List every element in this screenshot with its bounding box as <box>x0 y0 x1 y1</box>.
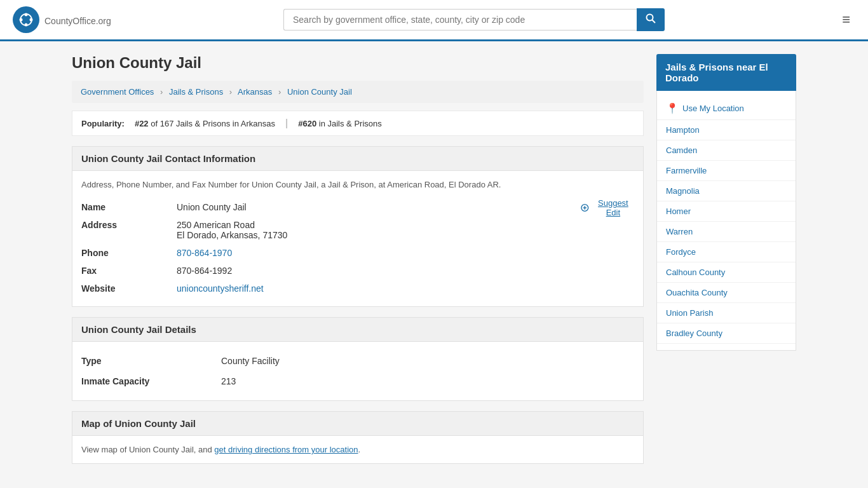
fax-label: Fax <box>81 262 177 280</box>
capacity-value: 213 <box>221 371 634 391</box>
table-row: Fax 870-864-1992 <box>81 262 581 280</box>
page-title: Union County Jail <box>72 54 644 72</box>
suggest-edit-button[interactable]: Suggest Edit <box>581 198 634 217</box>
capacity-label: Inmate Capacity <box>81 371 221 391</box>
svg-point-2 <box>25 13 28 17</box>
hamburger-menu-button[interactable]: ≡ <box>837 9 855 30</box>
svg-line-7 <box>652 20 655 24</box>
map-section-header: Map of Union County Jail <box>72 411 644 436</box>
sidebar-item-fordyce[interactable]: Fordyce <box>657 242 796 262</box>
breadcrumb-item-arkansas[interactable]: Arkansas <box>238 87 272 97</box>
sidebar-item-camden[interactable]: Camden <box>657 140 796 161</box>
search-button[interactable] <box>637 8 665 31</box>
phone-value: 870-864-1970 <box>177 244 581 262</box>
logo[interactable]: CountyOffice.org <box>13 6 111 33</box>
popularity-bar: Popularity: #22 of 167 Jails & Prisons i… <box>72 111 644 136</box>
edit-icon <box>581 203 589 212</box>
website-value: unioncountysheriff.net <box>177 280 581 297</box>
table-row: Type County Facility <box>81 351 634 371</box>
phone-link[interactable]: 870-864-1970 <box>177 248 232 258</box>
logo-icon <box>13 6 39 33</box>
details-section-header: Union County Jail Details <box>72 317 644 342</box>
sidebar-item-magnolia[interactable]: Magnolia <box>657 181 796 201</box>
popularity-rank-local: #22 of 167 Jails & Prisons in Arkansas <box>135 119 275 128</box>
suggest-edit-area: Suggest Edit <box>581 198 634 217</box>
table-row: Name Union County Jail <box>81 198 581 216</box>
breadcrumb-item-gov[interactable]: Government Offices <box>81 87 154 97</box>
map-section-body: View map of Union County Jail, and get d… <box>72 436 644 464</box>
search-icon <box>646 13 656 24</box>
website-link[interactable]: unioncountysheriff.net <box>177 283 264 294</box>
svg-point-4 <box>20 18 23 22</box>
table-row: Address 250 American Road El Dorado, Ark… <box>81 216 581 244</box>
sidebar-header: Jails & Prisons near El Dorado <box>656 54 796 91</box>
svg-point-5 <box>30 18 33 22</box>
sidebar-item-ouachita[interactable]: Ouachita County <box>657 283 796 303</box>
hamburger-icon: ≡ <box>842 11 850 27</box>
contact-section-body: Address, Phone Number, and Fax Number fo… <box>72 171 644 307</box>
search-bar <box>283 8 665 31</box>
search-input[interactable] <box>283 9 637 30</box>
name-value: Union County Jail <box>177 198 581 216</box>
sidebar-item-union-parish[interactable]: Union Parish <box>657 303 796 323</box>
svg-point-3 <box>25 24 28 27</box>
address-label: Address <box>81 216 177 244</box>
logo-wordmark: CountyOffice.org <box>44 13 111 27</box>
details-info-table: Type County Facility Inmate Capacity 213 <box>81 351 634 391</box>
breadcrumb-item-jails[interactable]: Jails & Prisons <box>169 87 223 97</box>
type-label: Type <box>81 351 221 371</box>
name-label: Name <box>81 198 177 216</box>
sidebar: Jails & Prisons near El Dorado 📍 Use My … <box>656 54 796 464</box>
contact-description: Address, Phone Number, and Fax Number fo… <box>81 180 634 189</box>
breadcrumb: Government Offices › Jails & Prisons › A… <box>72 81 644 103</box>
table-row: Website unioncountysheriff.net <box>81 280 581 297</box>
contact-info-table: Name Union County Jail Address 250 Ameri… <box>81 198 581 297</box>
sidebar-use-location-label: Use My Location <box>682 104 744 113</box>
sidebar-item-warren[interactable]: Warren <box>657 222 796 242</box>
sidebar-use-location[interactable]: 📍 Use My Location <box>657 97 796 120</box>
phone-label: Phone <box>81 244 177 262</box>
popularity-rank-global: #620 in Jails & Prisons <box>298 119 382 128</box>
table-row: Inmate Capacity 213 <box>81 371 634 391</box>
directions-link[interactable]: get driving directions from your locatio… <box>214 445 358 454</box>
map-description: View map of Union County Jail, and <box>81 445 212 454</box>
type-value: County Facility <box>221 351 634 371</box>
breadcrumb-item-current[interactable]: Union County Jail <box>287 87 352 97</box>
sidebar-item-calhoun[interactable]: Calhoun County <box>657 262 796 283</box>
table-row: Phone 870-864-1970 <box>81 244 581 262</box>
location-pin-icon: 📍 <box>666 102 679 114</box>
sidebar-item-hampton[interactable]: Hampton <box>657 120 796 140</box>
svg-point-6 <box>646 15 653 21</box>
address-value: 250 American Road El Dorado, Arkansas, 7… <box>177 216 581 244</box>
sidebar-item-bradley[interactable]: Bradley County <box>657 323 796 344</box>
sidebar-item-farmerville[interactable]: Farmerville <box>657 161 796 181</box>
fax-value: 870-864-1992 <box>177 262 581 280</box>
popularity-label: Popularity: <box>81 119 125 128</box>
website-label: Website <box>81 280 177 297</box>
sidebar-item-homer[interactable]: Homer <box>657 201 796 222</box>
sidebar-body: 📍 Use My Location Hampton Camden Farmerv… <box>656 91 796 351</box>
details-section-body: Type County Facility Inmate Capacity 213 <box>72 342 644 401</box>
contact-section-header: Union County Jail Contact Information <box>72 146 644 171</box>
